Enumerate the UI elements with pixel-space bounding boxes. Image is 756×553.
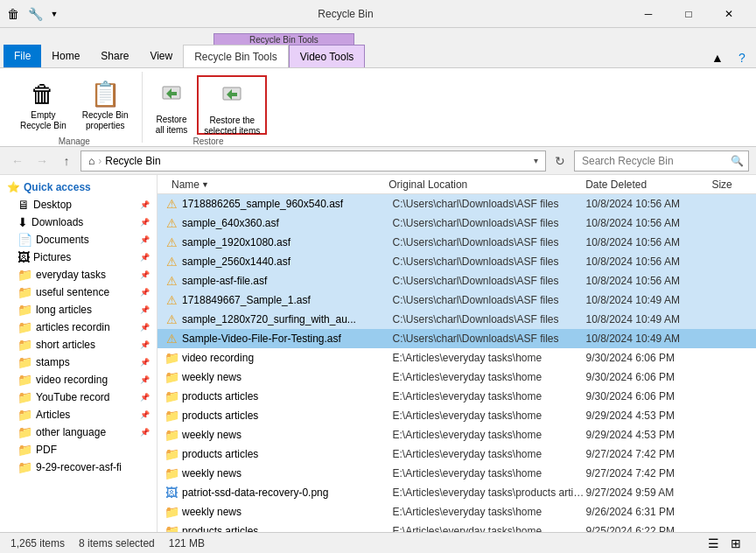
ribbon-collapse-button[interactable]: ▲ xyxy=(707,48,728,67)
file-icon-15: 🖼 xyxy=(164,486,178,500)
tab-file[interactable]: File xyxy=(4,45,41,67)
forward-button[interactable]: → xyxy=(32,150,52,172)
file-deleted-2: 10/8/2024 10:56 AM xyxy=(586,236,710,248)
folder-icon-2: 📄 xyxy=(18,233,32,247)
qat-properties[interactable]: 🔧 xyxy=(26,5,44,23)
file-row[interactable]: ⚠ sample_2560x1440.asf C:\Users\charl\Do… xyxy=(158,252,756,271)
file-row[interactable]: ⚠ sample_1280x720_surfing_with_au... C:\… xyxy=(158,310,756,329)
file-row[interactable]: ⚠ 1718849667_Sample_1.asf C:\Users\charl… xyxy=(158,290,756,310)
sidebar-item-6[interactable]: 📁long articles📌 xyxy=(0,301,157,318)
file-deleted-17: 9/25/2024 6:22 PM xyxy=(586,525,710,533)
file-row[interactable]: ⚠ sample-asf-file.asf C:\Users\charl\Dow… xyxy=(158,271,756,290)
folder-icon-0: 🖥 xyxy=(18,198,30,212)
file-deleted-8: 9/30/2024 6:06 PM xyxy=(586,352,710,364)
quick-access-header[interactable]: ⭐ Quick access xyxy=(0,178,157,196)
file-deleted-4: 10/8/2024 10:56 AM xyxy=(586,275,710,287)
file-row[interactable]: 📁 weekly news E:\Articles\everyday tasks… xyxy=(158,464,756,483)
file-location-14: E:\Articles\everyday tasks\home xyxy=(392,467,585,480)
file-row[interactable]: 📁 weekly news E:\Articles\everyday tasks… xyxy=(158,368,756,387)
folder-icon-9: 📁 xyxy=(18,355,32,369)
file-row[interactable]: 📁 video recording E:\Articles\everyday t… xyxy=(158,348,756,368)
restore-selected-button[interactable]: Restore theselected items xyxy=(197,75,267,135)
file-row[interactable]: ⚠ sample_1920x1080.asf C:\Users\charl\Do… xyxy=(158,233,756,252)
file-row[interactable]: 🖼 patriot-ssd-data-recovery-0.png E:\Art… xyxy=(158,483,756,502)
sidebar-item-10[interactable]: 📁video recording📌 xyxy=(0,371,157,388)
sidebar-item-4[interactable]: 📁everyday tasks📌 xyxy=(0,266,157,284)
file-row[interactable]: 📁 products articles E:\Articles\everyday… xyxy=(158,522,756,532)
folder-icon-11: 📁 xyxy=(18,390,32,404)
file-row[interactable]: ⚠ sample_640x360.asf C:\Users\charl\Down… xyxy=(158,214,756,233)
file-location-13: E:\Articles\everyday tasks\home xyxy=(392,448,585,460)
help-button[interactable]: ? xyxy=(732,48,752,67)
col-deleted[interactable]: Date Deleted xyxy=(582,178,708,191)
sidebar-label-7: articles recordin xyxy=(36,321,110,333)
address-box[interactable]: ⌂ › Recycle Bin ▾ xyxy=(80,150,546,172)
refresh-button[interactable]: ↻ xyxy=(550,150,570,172)
pin-icon-13: 📌 xyxy=(140,428,150,437)
large-icons-view-button[interactable]: ⊞ xyxy=(726,534,746,553)
file-name-17: products articles xyxy=(182,525,392,533)
folder-icon-13: 📁 xyxy=(18,425,32,439)
recycle-bin-properties-button[interactable]: 📋 Recycle Binproperties xyxy=(76,75,135,135)
sidebar-item-14[interactable]: 📁PDF xyxy=(0,441,157,458)
file-row[interactable]: ⚠ 1718886265_sample_960x540.asf C:\Users… xyxy=(158,194,756,214)
col-location[interactable]: Original Location xyxy=(385,178,582,191)
sidebar-item-9[interactable]: 📁stamps📌 xyxy=(0,354,157,371)
file-icon-14: 📁 xyxy=(164,466,178,480)
restore-selected-label: Restore theselected items xyxy=(204,116,260,136)
qat-dropdown[interactable]: ▼ xyxy=(46,5,63,23)
file-icon-11: 📁 xyxy=(164,409,178,423)
folder-icon-8: 📁 xyxy=(18,338,32,352)
address-dropdown-icon[interactable]: ▾ xyxy=(534,156,538,165)
sidebar-item-5[interactable]: 📁useful sentence📌 xyxy=(0,284,157,301)
tab-video-tools[interactable]: Video Tools xyxy=(289,45,366,67)
file-type-icon: ⚠ xyxy=(166,312,178,326)
file-location-16: E:\Articles\everyday tasks\home xyxy=(392,506,585,518)
file-location-7: C:\Users\charl\Downloads\ASF files xyxy=(392,332,585,345)
file-location-12: E:\Articles\everyday tasks\home xyxy=(392,429,585,441)
ribbon: 🗑 EmptyRecycle Bin 📋 Recycle Binproperti… xyxy=(0,68,756,147)
item-count: 1,265 items xyxy=(10,537,65,550)
sidebar-item-15[interactable]: 📁9-29-recover-asf-fi xyxy=(0,458,157,476)
sidebar-item-2[interactable]: 📄Documents📌 xyxy=(0,231,157,248)
restore-all-button[interactable]: Restoreall items xyxy=(150,75,194,135)
empty-recycle-bin-button[interactable]: 🗑 EmptyRecycle Bin xyxy=(14,75,73,135)
col-name[interactable]: Name ▼ xyxy=(164,178,385,191)
file-row[interactable]: 📁 weekly news E:\Articles\everyday tasks… xyxy=(158,502,756,522)
sidebar-label-8: short articles xyxy=(36,339,95,351)
details-view-button[interactable]: ☰ xyxy=(704,534,723,553)
search-input[interactable] xyxy=(574,150,749,172)
sidebar-item-0[interactable]: 🖥Desktop📌 xyxy=(0,196,157,214)
sidebar-item-12[interactable]: 📁Articles📌 xyxy=(0,406,157,424)
file-type-icon: 📁 xyxy=(164,524,179,533)
close-button[interactable]: ✕ xyxy=(709,0,749,28)
sidebar-item-7[interactable]: 📁articles recordin📌 xyxy=(0,318,157,336)
tab-recycle-bin-tools[interactable]: Recycle Bin Tools xyxy=(183,45,289,67)
file-icon-10: 📁 xyxy=(164,389,178,403)
file-row[interactable]: 📁 products articles E:\Articles\everyday… xyxy=(158,444,756,464)
sidebar-label-5: useful sentence xyxy=(36,286,109,298)
tab-share[interactable]: Share xyxy=(90,45,139,67)
quick-access-icon: ⭐ xyxy=(7,181,20,193)
up-button[interactable]: ↑ xyxy=(56,150,77,172)
sidebar-item-3[interactable]: 🖼Pictures📌 xyxy=(0,248,157,266)
sidebar-item-8[interactable]: 📁short articles📌 xyxy=(0,336,157,354)
back-button[interactable]: ← xyxy=(7,150,28,172)
sidebar-item-11[interactable]: 📁YouTube record📌 xyxy=(0,388,157,406)
file-row[interactable]: ⚠ Sample-Video-File-For-Testing.asf C:\U… xyxy=(158,329,756,348)
file-row[interactable]: 📁 weekly news E:\Articles\everyday tasks… xyxy=(158,425,756,444)
file-row[interactable]: 📁 products articles E:\Articles\everyday… xyxy=(158,387,756,406)
sidebar: ⭐ Quick access 🖥Desktop📌⬇Downloads📌📄Docu… xyxy=(0,175,158,532)
tab-home[interactable]: Home xyxy=(41,45,90,67)
col-size[interactable]: Size xyxy=(708,178,756,191)
folder-icon-1: ⬇ xyxy=(18,215,28,229)
sidebar-label-9: stamps xyxy=(36,356,70,368)
sidebar-item-13[interactable]: 📁other language📌 xyxy=(0,424,157,441)
sidebar-label-11: YouTube record xyxy=(36,391,110,403)
file-row[interactable]: 📁 products articles E:\Articles\everyday… xyxy=(158,406,756,425)
sidebar-item-1[interactable]: ⬇Downloads📌 xyxy=(0,214,157,231)
tab-view[interactable]: View xyxy=(139,45,183,67)
file-icon-1: ⚠ xyxy=(164,216,178,230)
maximize-button[interactable]: □ xyxy=(668,0,709,28)
minimize-button[interactable]: ─ xyxy=(628,0,668,28)
